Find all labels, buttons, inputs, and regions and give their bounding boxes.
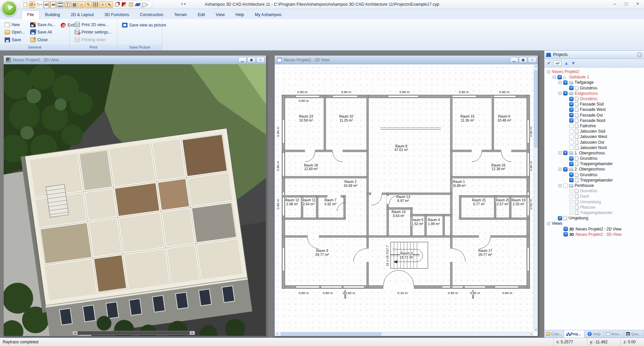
scrollbar-thumb[interactable] bbox=[281, 333, 381, 336]
tree-item-2-obergeschoss[interactable]: −2. Obergeschoss bbox=[545, 166, 644, 172]
tree-checkbox[interactable] bbox=[569, 86, 574, 90]
move-up-button[interactable]: ▲ bbox=[564, 61, 569, 66]
minimize-button[interactable]: – bbox=[609, 0, 621, 8]
ribbon-tab-file[interactable]: File bbox=[21, 10, 40, 19]
apply-check-button[interactable]: ✓ bbox=[547, 61, 551, 66]
tree-checkbox[interactable] bbox=[569, 118, 574, 123]
tree-item-neues-projekt2-2d-view[interactable]: 2DNeues Projekt2 : 2D View bbox=[545, 226, 644, 231]
ribbon-tab-terrain[interactable]: Terrain bbox=[169, 11, 192, 19]
tree-item-fassade-nord[interactable]: Fassade Nord bbox=[545, 118, 644, 123]
2d-viewport[interactable]: Raum 2310.59 m²Raum 1011.25 m²Raum 1511.… bbox=[275, 64, 538, 336]
3d-viewport[interactable]: ◂ ▸ bbox=[4, 64, 266, 336]
tree-checkbox[interactable] bbox=[569, 129, 574, 134]
redo-button[interactable]: ▾ bbox=[36, 1, 43, 8]
tree-item-umgebung[interactable]: Umgebung bbox=[545, 215, 644, 221]
layers-button[interactable]: ▾ bbox=[142, 1, 149, 8]
ribbon-tab-edit[interactable]: Edit bbox=[193, 11, 211, 19]
tree-item-pflanzen[interactable]: Pflanzen bbox=[545, 205, 644, 210]
tree-checkbox[interactable] bbox=[564, 227, 568, 231]
parallel-walls-button[interactable] bbox=[92, 1, 99, 8]
ribbon-tab-3d-functions[interactable]: 3D Functions bbox=[99, 11, 135, 19]
3d-close-button[interactable]: × bbox=[256, 57, 265, 63]
tree-checkbox[interactable] bbox=[563, 91, 568, 95]
menu-item-print-2d-view[interactable]: Print 2D view... bbox=[72, 21, 114, 28]
view-2d-button[interactable]: 2D bbox=[43, 1, 50, 8]
tree-expander-icon[interactable]: − bbox=[547, 70, 550, 73]
2d-horizontal-scrollbar[interactable]: ◂ ▸ bbox=[275, 332, 534, 336]
panel-options-button[interactable] bbox=[637, 52, 642, 57]
maximize-button[interactable]: □ bbox=[621, 0, 632, 8]
2d-restore-button[interactable]: ▣ bbox=[519, 57, 527, 63]
tree-item-fassade-west[interactable]: Fassade West bbox=[545, 107, 644, 112]
tree-item-grundriss[interactable]: Grundriss bbox=[545, 85, 644, 91]
scrollbar-thumb[interactable] bbox=[77, 331, 190, 335]
2d-window-titlebar[interactable]: Neues Projekt2 : 2D View ▁ ▣ × bbox=[275, 56, 538, 64]
dropdown-arrow-icon[interactable]: ▾ bbox=[34, 3, 35, 6]
menu-item-printer-settings[interactable]: Printer settings... bbox=[72, 28, 114, 36]
undo-button[interactable]: ▾ bbox=[29, 1, 36, 8]
scroll-left-icon[interactable]: ◂ bbox=[73, 331, 77, 335]
grid-button[interactable] bbox=[71, 1, 78, 8]
tree-item-treppengelaender[interactable]: Treppengelaender bbox=[545, 161, 644, 166]
tree-item-jalousien-nord[interactable]: Jalousien Nord bbox=[545, 145, 644, 150]
tree-checkbox[interactable] bbox=[569, 156, 574, 161]
tree-item-grundriss[interactable]: Grundriss bbox=[545, 188, 644, 194]
tree-checkbox[interactable] bbox=[569, 102, 574, 107]
tree-item-views[interactable]: −Views bbox=[545, 221, 644, 226]
dropdown-arrow-icon[interactable]: ▾ bbox=[41, 3, 42, 6]
panel-tab-catalog[interactable]: Cata... bbox=[544, 330, 564, 338]
tree-expander-icon[interactable]: − bbox=[558, 184, 561, 187]
ribbon-tab-construction[interactable]: Construction bbox=[135, 11, 169, 19]
app-logo-button[interactable] bbox=[1, 1, 17, 16]
ribbon-tab-view[interactable]: View bbox=[210, 11, 230, 19]
panel-tab-area[interactable]: Area... bbox=[604, 330, 624, 338]
split-vertical-button[interactable] bbox=[64, 1, 71, 8]
3d-window-titlebar[interactable]: Neues Projekt2 : 3D-View ▁ ▣ × bbox=[4, 56, 266, 64]
tree-checkbox[interactable] bbox=[563, 151, 568, 155]
tree-checkbox[interactable] bbox=[564, 232, 568, 236]
tree-checkbox[interactable] bbox=[569, 108, 574, 112]
tree-checkbox[interactable] bbox=[569, 140, 574, 144]
panel-tab-quant[interactable]: Qua... bbox=[624, 330, 644, 338]
ribbon-tab-2d-layout[interactable]: 2D & Layout bbox=[65, 11, 99, 19]
panel-tab-projects[interactable]: Proj... bbox=[564, 330, 584, 338]
tree-item-neues-projekt2-3d-view[interactable]: 3DNeues Projekt2 : 3D-View bbox=[545, 232, 644, 237]
tree-expander-icon[interactable]: − bbox=[558, 81, 561, 84]
tree-item-umrandung[interactable]: Umrandung bbox=[545, 199, 644, 205]
tree-checkbox[interactable] bbox=[558, 216, 562, 220]
tree-item-gebäude-1[interactable]: −Gebäude 1 bbox=[545, 74, 644, 80]
tree-item-jalousien-ost[interactable]: Jalousien Ost bbox=[545, 139, 644, 145]
tree-checkbox[interactable] bbox=[569, 97, 574, 101]
tree-item-penthouse[interactable]: −Penthouse bbox=[545, 183, 644, 188]
tree-item-neues-projekt2[interactable]: −Neues Projekt2 bbox=[545, 69, 644, 74]
surface-button[interactable] bbox=[135, 1, 141, 8]
menu-item-save-as[interactable]: Save As... bbox=[28, 21, 57, 28]
ribbon-tab-my-ashampoo[interactable]: My Ashampoo bbox=[250, 11, 287, 19]
menu-item-open[interactable]: Open... bbox=[3, 28, 27, 36]
2d-vertical-scrollbar[interactable]: ▲ ▼ bbox=[534, 64, 538, 332]
tree-expander-icon[interactable]: − bbox=[558, 92, 561, 95]
tree-checkbox[interactable] bbox=[563, 80, 568, 85]
tree-checkbox[interactable] bbox=[557, 75, 562, 79]
tree-expander-icon[interactable]: − bbox=[558, 151, 561, 154]
menu-item-save[interactable]: Save bbox=[3, 36, 27, 44]
menu-item-close[interactable]: Close bbox=[28, 36, 57, 44]
tree-expander-icon[interactable]: − bbox=[558, 168, 561, 171]
tree-checkbox[interactable] bbox=[569, 162, 574, 166]
tree-checkbox[interactable] bbox=[563, 167, 568, 171]
tree-item-fassade-süd[interactable]: Fassade Süd bbox=[545, 101, 644, 107]
tree-item-dach[interactable]: Dach bbox=[545, 194, 644, 199]
move-down-button[interactable]: ▼ bbox=[571, 61, 576, 66]
ribbon-tab-help[interactable]: Help bbox=[230, 11, 250, 19]
scroll-up-icon[interactable]: ▲ bbox=[534, 64, 538, 68]
3d-minimize-button[interactable]: ▁ bbox=[238, 57, 247, 63]
select-snap-button[interactable] bbox=[85, 1, 92, 8]
tree-item-fassade-ost[interactable]: Fassade Ost bbox=[545, 113, 644, 118]
tree-item-grundriss[interactable]: Grundriss bbox=[545, 172, 644, 178]
texture-red-button[interactable] bbox=[120, 1, 127, 8]
tree-item-grundriss[interactable]: Grundriss bbox=[545, 96, 644, 101]
view-3d-button[interactable]: 3D bbox=[50, 1, 57, 8]
dropdown-arrow-icon[interactable]: ▾ bbox=[147, 3, 148, 6]
qat-customize-button[interactable]: ≡ ▾ bbox=[181, 2, 186, 6]
split-horizontal-button[interactable] bbox=[57, 1, 64, 8]
